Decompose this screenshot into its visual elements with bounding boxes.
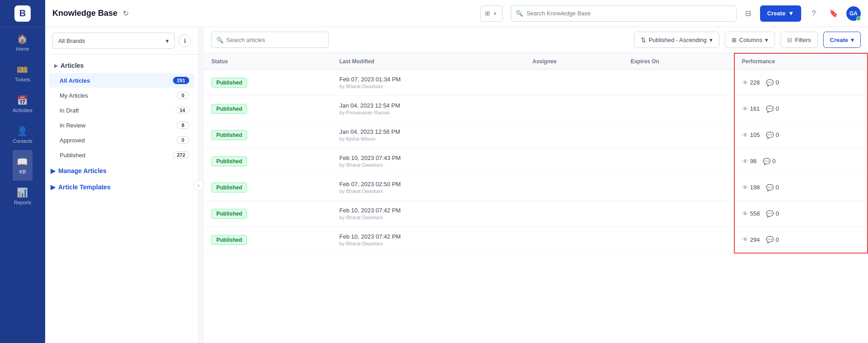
table-row[interactable]: Published Feb 07, 2023 02:50 PM by Bhara… — [204, 174, 868, 201]
columns-button[interactable]: ⊞ Columns ▾ — [725, 32, 775, 48]
views-count: 198 — [750, 184, 760, 191]
views-count: 105 — [750, 132, 760, 138]
sidebar-collapse-button[interactable]: ‹ — [193, 180, 204, 191]
table-row[interactable]: Published Feb 10, 2023 07:42 PM by Bhara… — [204, 227, 868, 253]
status-badge: Published — [211, 183, 247, 193]
performance-cell: 👁 198 💬 0 — [742, 184, 860, 191]
search-articles-input[interactable] — [226, 37, 302, 43]
comment-icon: 💬 — [766, 184, 774, 191]
perf-comments: 💬 0 — [766, 132, 779, 139]
articles-section-label: Articles — [61, 62, 84, 69]
articles-section: ▶ Articles All Articles291My Articles0In… — [45, 58, 198, 162]
perf-comments: 💬 0 — [766, 105, 779, 113]
nav-item-home[interactable]: 🏠Home — [13, 27, 32, 58]
performance-cell: 👁 98 💬 0 — [742, 158, 860, 165]
performance-cell: 👁 558 💬 0 — [742, 210, 860, 217]
performance-cell: 👁 294 💬 0 — [742, 236, 860, 243]
avatar[interactable]: GA — [846, 6, 861, 21]
articles-table: Status Last Modified Assignee Expires On… — [204, 53, 868, 254]
refresh-icon[interactable]: ↻ — [123, 9, 129, 18]
filter-top-icon[interactable]: ⊟ — [742, 7, 755, 20]
search-kb-input[interactable] — [527, 10, 732, 17]
cell-assignee — [525, 174, 623, 201]
brand-select[interactable]: All Brands ▾ — [52, 33, 175, 49]
modified-date: Jan 04, 2023 12:56 PM — [340, 128, 518, 135]
sidebar-item-in-draft[interactable]: In Draft14 — [49, 103, 195, 117]
filters-button[interactable]: ⊟ Filters — [780, 32, 817, 48]
eye-icon: 👁 — [742, 132, 748, 139]
cell-assignee — [525, 70, 623, 96]
comment-icon: 💬 — [766, 105, 774, 113]
create-button-table[interactable]: Create ▾ — [823, 32, 861, 48]
tickets-icon: 🎫 — [17, 64, 28, 75]
nav-item-activities[interactable]: 📅Activities — [13, 89, 32, 119]
manage-articles-link[interactable]: ▶ Manage Articles — [45, 163, 198, 179]
modified-by: by Bharat Dwarkani — [340, 215, 518, 220]
table-row[interactable]: Published Feb 10, 2023 07:43 PM by Bhara… — [204, 148, 868, 174]
views-count: 558 — [750, 210, 760, 217]
bookmark-icon[interactable]: 🔖 — [826, 6, 841, 21]
sidebar-badge-approved: 0 — [177, 136, 189, 144]
status-badge: Published — [211, 156, 247, 166]
modified-date: Jan 04, 2023 12:54 PM — [340, 102, 518, 109]
sidebar-label-published: Published — [60, 152, 85, 159]
modified-date: Feb 10, 2023 07:43 PM — [340, 155, 518, 161]
info-icon[interactable]: ℹ — [178, 34, 191, 47]
perf-views: 👁 294 — [742, 236, 760, 243]
cell-performance: 👁 161 💬 0 — [734, 96, 868, 122]
home-icon: 🏠 — [17, 33, 28, 44]
avatar-online-badge — [856, 16, 861, 21]
nav-item-kb[interactable]: 📖KB — [13, 150, 32, 181]
cell-last-modified: Feb 07, 2023 02:50 PM by Bharat Dwarkani — [332, 174, 525, 201]
sidebar-item-all-articles[interactable]: All Articles291 — [49, 73, 195, 88]
articles-section-header[interactable]: ▶ Articles — [49, 58, 195, 73]
modified-date: Feb 10, 2023 07:42 PM — [340, 207, 518, 214]
search-articles-container: 🔍 — [211, 32, 329, 48]
article-templates-link[interactable]: ▶ Article Templates — [45, 179, 198, 195]
columns-icon: ⊞ — [732, 37, 737, 43]
sidebar-label-my-articles: My Articles — [60, 92, 88, 99]
sidebar-item-approved[interactable]: Approved0 — [49, 133, 195, 147]
sidebar-item-my-articles[interactable]: My Articles0 — [49, 88, 195, 103]
comment-icon: 💬 — [763, 158, 770, 165]
header-actions: Create ▼ ? 🔖 GA — [760, 5, 861, 22]
table-row[interactable]: Published Jan 04, 2023 12:56 PM by Ajish… — [204, 122, 868, 148]
eye-icon: 👁 — [742, 184, 748, 191]
brand-select-chevron: ▾ — [166, 38, 169, 44]
help-icon[interactable]: ? — [807, 6, 821, 21]
sidebar-badge-in-draft: 14 — [176, 107, 189, 114]
kb-label: KB — [19, 169, 26, 174]
comment-icon: 💬 — [766, 210, 774, 217]
views-count: 294 — [750, 236, 760, 243]
table-row[interactable]: Published Jan 04, 2023 12:54 PM by Poova… — [204, 96, 868, 122]
columns-label: Columns — [739, 37, 762, 43]
status-badge: Published — [211, 130, 247, 140]
sidebar-item-published[interactable]: Published272 — [49, 148, 195, 162]
modified-by: by Bharat Dwarkani — [340, 162, 518, 168]
create-table-label: Create — [830, 37, 848, 43]
articles-chevron: ▶ — [54, 63, 58, 68]
main-area: Knowledge Base ↻ ⊞ ▼ 🔍 ⊟ Create ▼ ? 🔖 GA — [45, 0, 868, 343]
app-logo: B — [14, 5, 31, 22]
nav-item-contacts[interactable]: 👤Contacts — [13, 119, 32, 150]
sidebar-item-in-review[interactable]: In Review8 — [49, 118, 195, 132]
table-row[interactable]: Published Feb 07, 2023 01:34 PM by Bhara… — [204, 70, 868, 96]
nav-item-tickets[interactable]: 🎫Tickets — [13, 58, 32, 89]
table-row[interactable]: Published Feb 10, 2023 07:42 PM by Bhara… — [204, 201, 868, 227]
perf-views: 👁 98 — [742, 158, 756, 165]
eye-icon: 👁 — [742, 236, 748, 243]
create-button-main[interactable]: Create ▼ — [760, 5, 801, 22]
sort-icon: ⇅ — [641, 37, 646, 43]
perf-views: 👁 198 — [742, 184, 760, 191]
comments-count: 0 — [775, 132, 779, 138]
kb-view-dropdown[interactable]: ▼ — [493, 11, 498, 16]
views-count: 228 — [750, 79, 760, 86]
nav-item-reports[interactable]: 📊Reports — [13, 181, 32, 211]
sort-button[interactable]: ⇅ Published - Ascending ▾ — [634, 32, 719, 48]
comments-count: 0 — [775, 210, 779, 217]
status-badge: Published — [211, 78, 247, 88]
modified-by: by Bharat Dwarkani — [340, 241, 518, 246]
cell-assignee — [525, 148, 623, 174]
cell-assignee — [525, 201, 623, 227]
performance-cell: 👁 105 💬 0 — [742, 132, 860, 139]
